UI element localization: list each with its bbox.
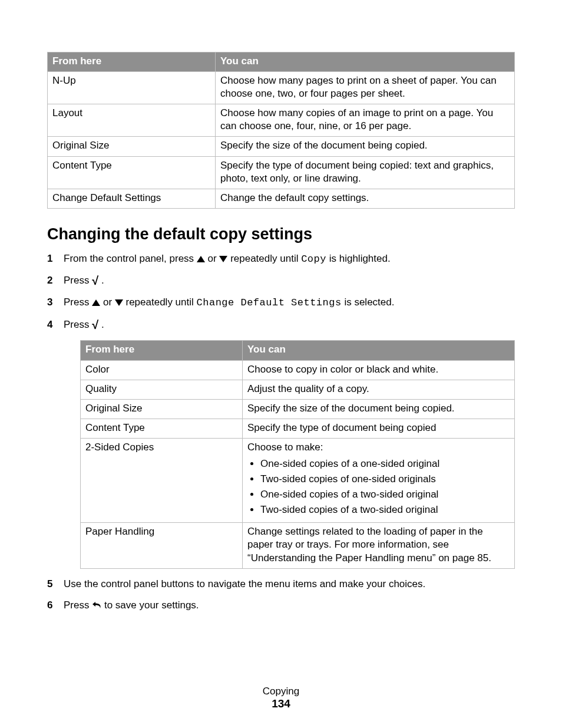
col-header-you-can: You can (243, 341, 515, 360)
step-3: Press or repeatedly until Change Default… (47, 295, 515, 311)
step-text: . (101, 319, 104, 330)
step-text: Press (64, 275, 92, 286)
bullet-list: One-sided copies of a one-sided original… (247, 457, 510, 516)
default-settings-table: From here You can Color Choose to copy i… (80, 340, 515, 568)
step-text: Use the control panel buttons to navigat… (64, 578, 425, 589)
col-header-you-can: You can (216, 52, 515, 72)
table-row: Layout Choose how many copies of an imag… (48, 104, 515, 137)
table-header-row: From here You can (48, 52, 515, 72)
list-item: Two-sided copies of one-sided originals (260, 473, 510, 486)
step-text: to save your settings. (104, 599, 199, 611)
step-6: Press to save your settings. (47, 598, 515, 613)
step-text: or (208, 253, 220, 264)
table-row: Paper Handling Change settings related t… (81, 523, 515, 568)
cell-from: Original Size (48, 137, 216, 156)
table-row: Content Type Specify the type of documen… (48, 156, 515, 189)
step-4: Press √ . From here You can Color Choose… (47, 318, 515, 569)
table-row: Content Type Specify the type of documen… (81, 419, 515, 438)
cell-desc: Choose how many pages to print on a shee… (216, 72, 515, 104)
cell-from: Quality (81, 380, 243, 399)
back-arrow-icon (92, 601, 101, 610)
step-text: . (101, 275, 104, 286)
step-text: is highlighted. (329, 253, 391, 264)
step-text: repeatedly until (230, 253, 301, 264)
step-text: Press (64, 599, 92, 611)
document-page: From here You can N-Up Choose how many p… (0, 0, 562, 728)
step-2: Press √ . (47, 274, 515, 288)
cell-from: Color (81, 360, 243, 380)
step-text: is selected. (344, 297, 394, 308)
cell-from: Content Type (48, 156, 216, 189)
col-header-from-here: From here (48, 52, 216, 72)
step-text: Press (64, 319, 92, 330)
copy-menu-table: From here You can N-Up Choose how many p… (47, 52, 515, 209)
cell-from: Paper Handling (81, 523, 243, 568)
step-5: Use the control panel buttons to navigat… (47, 577, 515, 592)
cell-desc: Adjust the quality of a copy. (243, 380, 515, 399)
cell-from: Change Default Settings (48, 189, 216, 208)
step-1: From the control panel, press or repeate… (47, 252, 515, 267)
code-text: Change Default Settings (197, 297, 342, 308)
cell-desc: Specify the type of document being copie… (216, 156, 515, 189)
step-text: From the control panel, press (64, 253, 197, 264)
cell-desc: Specify the size of the document being c… (216, 137, 515, 156)
list-item: One-sided copies of a one-sided original (260, 457, 510, 470)
cell-from: Layout (48, 104, 216, 137)
up-arrow-icon (92, 299, 100, 306)
table-row: Color Choose to copy in color or black a… (81, 360, 515, 380)
footer-page-number: 134 (272, 697, 290, 710)
step-text: or (103, 297, 115, 308)
cell-desc: Choose to copy in color or black and whi… (243, 360, 515, 380)
cell-desc: Change the default copy settings. (216, 189, 515, 208)
cell-desc: Choose to make: One-sided copies of a on… (243, 438, 515, 522)
table-header-row: From here You can (81, 341, 515, 360)
cell-from: Content Type (81, 419, 243, 438)
cell-from: 2-Sided Copies (81, 438, 243, 522)
list-item: One-sided copies of a two-sided original (260, 488, 510, 501)
cell-desc: Choose how many copies of an image to pr… (216, 104, 515, 137)
code-text: Copy (301, 253, 326, 265)
page-footer: Copying 134 (0, 686, 562, 710)
cell-desc: Specify the type of document being copie… (243, 419, 515, 438)
table-row: Change Default Settings Change the defau… (48, 189, 515, 208)
steps-list: From the control panel, press or repeate… (47, 252, 515, 613)
table-row: Quality Adjust the quality of a copy. (81, 380, 515, 399)
col-header-from-here: From here (81, 341, 243, 360)
down-arrow-icon (219, 256, 227, 262)
cell-from: Original Size (81, 399, 243, 419)
step-text: repeatedly until (126, 297, 197, 308)
down-arrow-icon (115, 299, 123, 306)
cell-desc: Change settings related to the loading o… (243, 523, 515, 568)
list-item: Two-sided copies of a two-sided original (260, 503, 510, 516)
table-row: N-Up Choose how many pages to print on a… (48, 72, 515, 104)
section-heading: Changing the default copy settings (47, 225, 515, 243)
table-row: Original Size Specify the size of the do… (81, 399, 515, 419)
cell-desc: Specify the size of the document being c… (243, 399, 515, 419)
footer-section: Copying (0, 686, 562, 697)
table-row: 2-Sided Copies Choose to make: One-sided… (81, 438, 515, 522)
cell-lead: Choose to make: (247, 442, 323, 453)
cell-from: N-Up (48, 72, 216, 104)
up-arrow-icon (197, 256, 205, 262)
step-text: Press (64, 297, 92, 308)
table-row: Original Size Specify the size of the do… (48, 137, 515, 156)
